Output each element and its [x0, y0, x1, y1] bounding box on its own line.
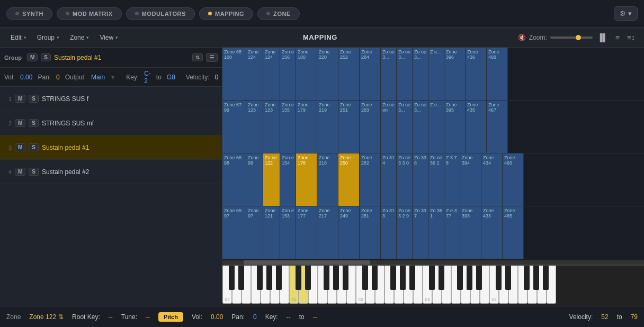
bottom-vel-to-val[interactable]: 79 — [631, 313, 638, 321]
black-key[interactable] — [276, 266, 282, 290]
zone-cell[interactable]: Zo 36 1 — [428, 206, 444, 259]
zone-cell[interactable]: Zon e 153 — [280, 206, 296, 259]
zone-cell[interactable]: Zo on 3... — [397, 48, 413, 100]
zone-cell[interactable]: Zone 396 — [444, 48, 466, 100]
zone-cell[interactable]: Zo ne 36 2 — [428, 153, 444, 206]
zone-cell[interactable]: Zone 179 — [296, 101, 317, 153]
black-key[interactable] — [505, 266, 511, 290]
zone-cell[interactable]: Zone 249 — [338, 206, 360, 259]
waveform-icon-btn[interactable]: ▐▌ — [595, 32, 611, 43]
zone-cell[interactable]: Z e 3 77 — [444, 206, 460, 259]
zone-cell[interactable]: Zone 123 — [263, 101, 280, 153]
black-key[interactable] — [543, 266, 549, 290]
zone-cell[interactable]: Zone 98 — [246, 153, 263, 206]
zone-cell[interactable]: Zone 65 97 — [222, 206, 246, 259]
scroll-bar[interactable] — [222, 260, 644, 265]
zone-cell[interactable]: Zone 252 — [338, 48, 360, 100]
zone-cell[interactable]: Zone 393 — [460, 206, 481, 259]
zone-cell[interactable]: Zone 282 — [360, 153, 381, 206]
zone-cell[interactable]: Zone 124 — [246, 48, 263, 100]
zone-cell[interactable]: Zone 394 — [460, 153, 481, 206]
root-key-val[interactable]: -- — [109, 313, 113, 321]
black-key[interactable] — [229, 266, 235, 290]
zone-cell[interactable]: Zo ne on — [381, 101, 397, 153]
zone-cell[interactable]: Z e... — [428, 48, 444, 100]
row-m-btn[interactable]: M — [15, 119, 25, 127]
zone-cell[interactable]: Zone 465 — [503, 206, 524, 259]
zone-cell[interactable]: Zone 217 — [317, 206, 338, 259]
nav-synth[interactable]: SYNTH — [6, 7, 52, 20]
zone-cell[interactable]: Zo ne 122 — [263, 153, 280, 206]
bottom-vol-val[interactable]: 0.00 — [211, 313, 223, 321]
black-key[interactable] — [429, 266, 435, 290]
bottom-zone-name-btn[interactable]: Zone 122 ⇅ — [29, 313, 64, 321]
pitch-button[interactable]: Pitch — [158, 312, 183, 322]
black-key[interactable] — [238, 266, 244, 290]
zone-cell[interactable]: Zone 250 — [338, 153, 360, 206]
zoom-slider[interactable] — [550, 37, 593, 39]
zone-cell[interactable]: Zo ne 3... — [397, 101, 413, 153]
group-row[interactable]: 4 M S Sustain pedal #2 — [0, 160, 222, 184]
zone-cell[interactable]: Zone 121 — [263, 206, 280, 259]
zone-cell[interactable]: Zon e 155 — [280, 101, 296, 153]
bottom-key-val[interactable]: -- — [287, 313, 291, 321]
zone-cell[interactable]: Zone 97 — [246, 206, 263, 259]
row-m-btn[interactable]: M — [15, 95, 25, 103]
black-key[interactable] — [390, 266, 396, 290]
zone-cell[interactable]: Zo 31 3 — [381, 206, 397, 259]
zone-cell[interactable]: Zone 68 100 — [222, 48, 246, 100]
edit-menu[interactable]: Edit ▾ — [6, 32, 31, 43]
black-key[interactable] — [305, 266, 311, 290]
zone-cell[interactable]: Zo 33 7 — [413, 206, 428, 259]
black-key[interactable] — [400, 266, 406, 290]
black-key[interactable] — [457, 266, 463, 290]
zone-cell[interactable]: Zone 180 — [296, 48, 317, 100]
zone-cell[interactable]: Zone 395 — [444, 101, 466, 153]
zone-cell[interactable]: Zo ne 3 2 9 — [397, 206, 413, 259]
zone-grid[interactable]: Zone 68 100Zone 124Zone 124Zon e 156Zone… — [222, 48, 644, 260]
black-key[interactable] — [343, 266, 348, 290]
bottom-vel-from[interactable]: 52 — [601, 313, 608, 321]
zone-cell[interactable]: Zo 31 4 — [381, 153, 397, 206]
zone-cell[interactable]: Zone 220 — [317, 48, 338, 100]
zone-cell[interactable]: Zo ne 3 3 0 — [397, 153, 413, 206]
bottom-pan-val[interactable]: 0 — [253, 313, 257, 321]
zone-cell[interactable]: Z 3 7 8 — [444, 153, 460, 206]
nav-modulators[interactable]: MODULATORS — [126, 7, 195, 20]
group-row[interactable]: 1 M S STRINGS SUS f — [0, 87, 222, 111]
key-from-val[interactable]: C-2 — [144, 70, 151, 85]
zone-cell[interactable]: Zone 284 — [360, 48, 381, 100]
zone-cell[interactable]: Zone 435 — [466, 101, 487, 153]
row-s-btn[interactable]: S — [29, 168, 39, 176]
row-m-btn[interactable]: M — [15, 168, 25, 176]
row-s-btn[interactable]: S — [29, 95, 39, 103]
bottom-key-to-val[interactable]: -- — [313, 313, 317, 321]
zone-cell[interactable]: Zo ne 3... — [413, 48, 428, 100]
black-key[interactable] — [439, 266, 444, 290]
zone-cell[interactable]: Zone 123 — [246, 101, 263, 153]
nav-mod-matrix[interactable]: MOD MATRIX — [57, 7, 122, 20]
tune-val[interactable]: -- — [146, 313, 150, 321]
output-val[interactable]: Main — [91, 74, 105, 81]
black-key[interactable] — [257, 266, 263, 290]
m-button[interactable]: M — [27, 53, 38, 61]
gear-button[interactable]: ⚙ ▾ — [614, 6, 638, 21]
zone-cell[interactable]: Zone 218 — [317, 153, 338, 206]
black-key[interactable] — [496, 266, 502, 290]
zone-cell[interactable]: Z e... — [428, 101, 444, 153]
black-key[interactable] — [296, 266, 301, 290]
pan-val[interactable]: 0 — [56, 74, 60, 81]
black-key[interactable] — [362, 266, 368, 290]
black-key[interactable] — [324, 266, 329, 290]
black-key[interactable] — [533, 266, 539, 290]
vel-from[interactable]: 0 — [215, 74, 219, 81]
zone-cell[interactable]: Zo ne 3... — [381, 48, 397, 100]
zone-cell[interactable]: Zone 219 — [317, 101, 338, 153]
list-icon-btn[interactable]: ☰ — [206, 53, 218, 62]
key-to-val[interactable]: G8 — [167, 74, 175, 81]
zone-cell[interactable]: Zone 66 98 — [222, 153, 246, 206]
zone-cell[interactable]: Zo ne 3... — [413, 101, 428, 153]
zone-cell[interactable]: Zon e 156 — [280, 48, 296, 100]
nav-mapping[interactable]: MAPPING — [199, 7, 253, 20]
updown-btn[interactable]: ⇅ — [192, 53, 203, 61]
